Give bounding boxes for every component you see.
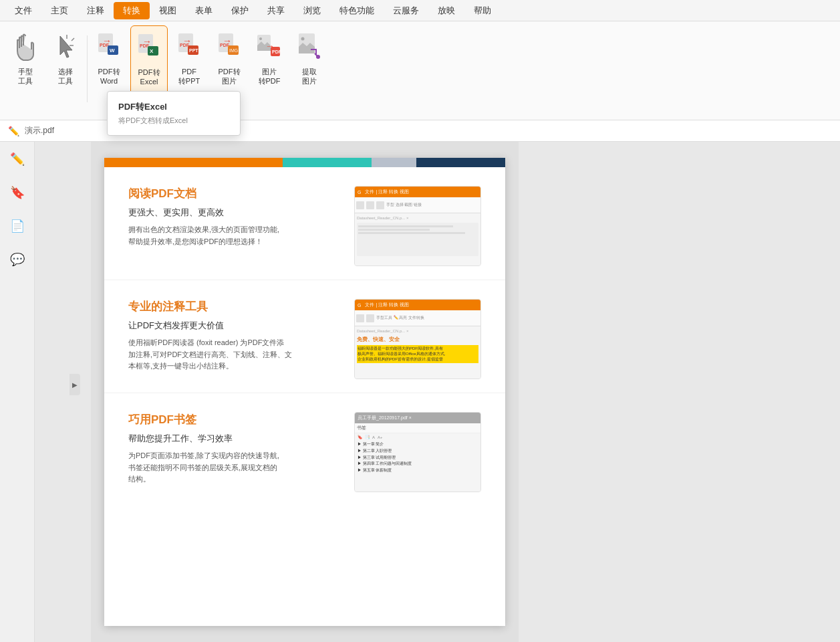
menu-slideshow[interactable]: 放映 — [428, 2, 464, 19]
menu-convert[interactable]: 转换 — [114, 2, 150, 19]
extract-icon-area — [296, 29, 323, 64]
pdf-annotate-desc: 使用福昕PDF阅读器 (foxit reader) 为PDF文件添加注释,可对P… — [128, 337, 341, 372]
sidebar-annotate-icon[interactable]: ✏️ — [7, 148, 28, 170]
top-bar-teal — [283, 158, 372, 167]
mini-content-line-2 — [358, 229, 430, 231]
pdf-word-label: PDF转 Word — [98, 67, 120, 86]
pdf-excel-icon-area: PDF → X — [136, 30, 162, 65]
mini-pdf-filename: Datasheet_Reader_CN.p... × — [357, 215, 478, 221]
toc-item-5: ▶ 第五章 休薪制度 — [358, 467, 478, 474]
pdf-read-preview: G 文件 | 注释 转换 视图 手型 选择 截图 链接 Datasheet_Re… — [354, 186, 481, 266]
pdf-bookmark-title: 巧用PDF书签 — [128, 412, 341, 427]
pdf-annotate-preview: G 文件 | 注释 转换 视图 手型工具 ✏️ 高亮 文件转换 Datashee… — [354, 299, 481, 379]
extract-label: 提取 图片 — [302, 67, 317, 86]
toc-item-1: ▶ 第一章 简介 — [358, 441, 478, 448]
svg-point-30 — [316, 55, 320, 59]
menu-protect[interactable]: 保护 — [222, 2, 258, 19]
dropdown-title: PDF转Excel — [108, 98, 240, 114]
pdf-preview-area: 阅读PDF文档 更强大、更实用、更高效 拥有出色的文档渲染效果,强大的页面管理功… — [91, 142, 519, 642]
menu-share[interactable]: 共享 — [258, 2, 294, 19]
menu-form[interactable]: 表单 — [186, 2, 222, 19]
mini-pdf-annotate-logo: G — [358, 303, 361, 308]
toolbar-group-tools: 手型 工具 选择 工具 — [7, 25, 84, 112]
svg-text:PDF: PDF — [272, 49, 282, 54]
toc-item-2: ▶ 第二章 入职管理 — [358, 448, 478, 455]
mini-pdf-annotate-header: G 文件 | 注释 转换 视图 — [355, 300, 480, 310]
sidebar-bookmark-icon[interactable]: 🔖 — [7, 182, 28, 203]
svg-text:→: → — [182, 35, 192, 46]
extract-image-button[interactable]: 提取 图片 — [291, 25, 328, 112]
mini-pdf-body: Datasheet_Reader_CN.p... × — [355, 213, 480, 258]
mini-bk-icon-2: 📑 — [365, 435, 370, 440]
svg-line-2 — [72, 38, 74, 41]
pdf-section-read-text: 阅读PDF文档 更强大、更实用、更高效 拥有出色的文档渲染效果,强大的页面管理功… — [128, 186, 341, 266]
mini-content-line-1 — [358, 225, 453, 227]
image-pdf-label: 图片 转PDF — [259, 67, 281, 86]
pdf-image-label: PDF转 图片 — [219, 67, 241, 86]
sidebar-toggle-button[interactable]: ▶ — [69, 374, 80, 395]
pdf-word-icon: PDF → W — [96, 31, 122, 63]
pdf-ppt-icon-area: PDF → PPT — [176, 29, 202, 64]
mini-btn-1 — [356, 201, 364, 209]
mini-annotate-highlight: 福昕阅读器是一款功能强大的PDF阅读软件,具有极高声誉。福昕阅读器采用Offic… — [357, 345, 478, 363]
menu-view[interactable]: 视图 — [150, 2, 186, 19]
mini-annotate-label: 手型工具 ✏️ 高亮 文件转换 — [376, 315, 424, 321]
pdf-annotate-subtitle: 让PDF文档发挥更大价值 — [128, 320, 341, 332]
hand-icon-area — [12, 29, 39, 64]
mini-toc-list: ▶ 第一章 简介 ▶ 第二章 入职管理 ▶ 第三章 试用期管理 ▶ 第四章 工作… — [358, 441, 478, 473]
sidebar-pages-icon[interactable]: 📄 — [7, 215, 28, 237]
menu-help[interactable]: 帮助 — [464, 2, 501, 19]
pdf-image-icon: PDF → IMG — [216, 31, 243, 63]
svg-text:W: W — [110, 47, 115, 54]
select-tool-button[interactable]: 选择 工具 — [47, 25, 84, 112]
mini-pdf-logo: G — [358, 190, 361, 195]
path-edit-icon: ✏️ — [8, 126, 19, 136]
hand-tool-button[interactable]: 手型 工具 — [7, 25, 44, 112]
select-tool-label: 选择 工具 — [58, 67, 73, 86]
mini-pdf-annotate-tabs: 文件 | 注释 转换 视图 — [365, 302, 409, 308]
dropdown-tooltip: PDF转Excel 将PDF文档转成Excel — [107, 91, 241, 136]
image-pdf-icon-area: → PDF — [256, 29, 283, 64]
mini-pdf-bookmark-body: 🔖 📑 A A+ ▶ 第一章 简介 ▶ 第二章 入职管理 ▶ 第三章 试用期管理… — [355, 433, 480, 475]
hand-icon — [13, 31, 37, 63]
mini-pdf-content — [357, 223, 478, 256]
pdf-annotate-title: 专业的注释工具 — [128, 299, 341, 314]
pdf-read-subtitle: 更强大、更实用、更高效 — [128, 207, 341, 219]
mini-annotate-btn-1 — [356, 314, 364, 322]
mini-pdf-toolbar: 手型 选择 截图 链接 — [355, 197, 480, 213]
extract-icon — [296, 31, 323, 63]
mini-bk-icon-3: A — [372, 435, 375, 440]
pdf-bookmark-subtitle: 帮助您提升工作、学习效率 — [128, 433, 341, 445]
mini-pdf-read: G 文件 | 注释 转换 视图 手型 选择 截图 链接 Datasheet_Re… — [355, 187, 480, 265]
mini-content-line-3 — [358, 232, 465, 234]
image-to-pdf-button[interactable]: → PDF 图片 转PDF — [251, 25, 288, 112]
svg-text:→: → — [102, 35, 112, 46]
main-content: 阅读PDF文档 更强大、更实用、更高效 拥有出色的文档渲染效果,强大的页面管理功… — [35, 142, 840, 642]
image-pdf-icon: → PDF — [256, 31, 283, 63]
pdf-section-annotate: 专业的注释工具 让PDF文档发挥更大价值 使用福昕PDF阅读器 (foxit r… — [104, 280, 505, 393]
select-icon-area — [52, 29, 79, 64]
menu-home[interactable]: 主页 — [41, 2, 78, 19]
svg-text:X: X — [150, 48, 154, 54]
path-filename: 演示.pdf — [25, 125, 54, 136]
menu-annotate[interactable]: 注释 — [78, 2, 114, 19]
svg-point-29 — [301, 37, 305, 41]
mini-pdf-bookmark-logo: 员工手册_20120917.pdf × — [358, 415, 412, 421]
menu-features[interactable]: 特色功能 — [330, 2, 384, 19]
pdf-section-read: 阅读PDF文档 更强大、更实用、更高效 拥有出色的文档渲染效果,强大的页面管理功… — [104, 167, 505, 280]
pdf-page: 阅读PDF文档 更强大、更实用、更高效 拥有出色的文档渲染效果,强大的页面管理功… — [104, 158, 505, 626]
menu-bar: 文件 主页 注释 转换 视图 表单 保护 共享 浏览 特色功能 云服务 放映 帮… — [0, 0, 840, 21]
menu-browse[interactable]: 浏览 — [294, 2, 330, 19]
pdf-read-title: 阅读PDF文档 — [128, 186, 341, 201]
menu-file[interactable]: 文件 — [5, 2, 41, 19]
mini-bookmark-icons: 🔖 📑 A A+ — [358, 435, 478, 440]
svg-point-24 — [259, 37, 262, 40]
left-sidebar: ✏️ 🔖 📄 💬 — [0, 142, 35, 642]
mini-free-label: 免费、快速、安全 — [357, 336, 478, 343]
menu-cloud[interactable]: 云服务 — [384, 2, 428, 19]
top-bar-gray — [372, 158, 416, 167]
sidebar-comments-icon[interactable]: 💬 — [7, 249, 28, 270]
dropdown-description: 将PDF文档转成Excel — [108, 114, 240, 128]
mini-pdf-tabs: 文件 | 注释 转换 视图 — [365, 189, 409, 195]
pdf-ppt-label: PDF 转PPT — [178, 67, 200, 86]
